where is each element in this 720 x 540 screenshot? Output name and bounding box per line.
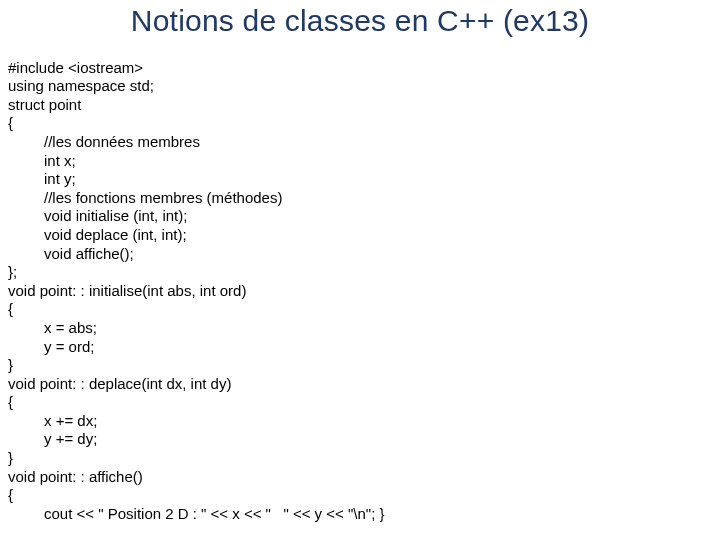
code-line: y = ord;	[8, 338, 712, 357]
code-line: {	[8, 300, 13, 317]
code-line: int y;	[8, 170, 712, 189]
slide: Notions de classes en C++ (ex13) #includ…	[0, 0, 720, 540]
code-line: y += dy;	[8, 430, 712, 449]
code-line: cout << " Position 2 D : " << x << " " <…	[8, 505, 712, 524]
code-line: {	[8, 114, 13, 131]
code-line: x = abs;	[8, 319, 712, 338]
code-line: //les données membres	[8, 133, 712, 152]
code-line: };	[8, 263, 17, 280]
code-line: struct point	[8, 96, 81, 113]
code-line: //les fonctions membres (méthodes)	[8, 189, 712, 208]
code-line: }	[8, 356, 13, 373]
code-line: void deplace (int, int);	[8, 226, 712, 245]
code-line: {	[8, 393, 13, 410]
slide-title: Notions de classes en C++ (ex13)	[8, 4, 712, 38]
code-line: void point: : affiche()	[8, 468, 143, 485]
code-line: int x;	[8, 152, 712, 171]
code-line: #include <iostream>	[8, 59, 143, 76]
code-line: {	[8, 486, 13, 503]
code-block: #include <iostream> using namespace std;…	[8, 40, 712, 523]
code-line: }	[8, 449, 13, 466]
code-line: using namespace std;	[8, 77, 154, 94]
code-line: x += dx;	[8, 412, 712, 431]
code-line: void affiche();	[8, 245, 712, 264]
code-line: void point: : initialise(int abs, int or…	[8, 282, 246, 299]
code-line: void point: : deplace(int dx, int dy)	[8, 375, 231, 392]
code-line: void initialise (int, int);	[8, 207, 712, 226]
